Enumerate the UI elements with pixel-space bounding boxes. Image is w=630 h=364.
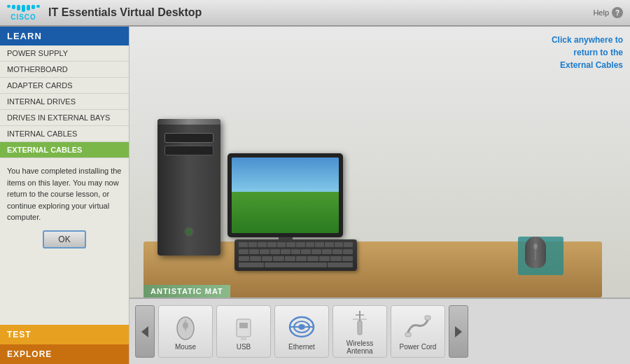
test-button[interactable]: TEST (0, 325, 129, 344)
monitor-screen-outer (227, 153, 343, 237)
virtual-desktop[interactable]: Click anywhere to return to the External… (130, 27, 630, 298)
ok-button[interactable]: OK (43, 230, 85, 248)
tower-drive-bay-1 (164, 133, 214, 143)
tool-mouse[interactable]: Mouse (158, 305, 213, 358)
mouse-scroll-wheel (534, 244, 538, 249)
tool-power-cord-label: Power Cord (400, 343, 437, 351)
tool-mouse-icon (172, 312, 200, 340)
svg-rect-13 (358, 321, 362, 335)
cisco-bar (22, 5, 25, 12)
tower-drive-bay-2 (164, 146, 214, 155)
learn-header: LEARN (0, 27, 129, 46)
cisco-bar (27, 5, 30, 10)
sidebar-footer: TEST EXPLORE (0, 325, 129, 364)
cisco-bar (36, 5, 40, 8)
svg-rect-6 (241, 337, 246, 340)
svg-point-3 (183, 322, 188, 329)
app-title: IT Essentials Virtual Desktop (48, 6, 202, 19)
explore-button[interactable]: EXPLORE (0, 344, 129, 364)
tower-body (158, 119, 220, 255)
mouse-divider (536, 249, 536, 260)
svg-rect-18 (405, 332, 411, 337)
tool-wireless-antenna[interactable]: Wireless Antenna (332, 305, 387, 358)
tool-power-cord-icon (404, 312, 432, 340)
tower-power-led (186, 229, 192, 234)
tool-ethernet-label: Ethernet (288, 343, 315, 351)
nav-motherboard[interactable]: MOTHERBOARD (0, 62, 129, 78)
content-area: Click anywhere to return to the External… (130, 27, 630, 364)
help-label: Help (593, 8, 609, 17)
antistatic-label: ANTISTATIC MAT (144, 285, 230, 298)
tool-usb-icon (230, 312, 258, 340)
monitor-sky (232, 158, 339, 195)
tool-antenna-icon (346, 309, 374, 337)
bottom-toolbar: Mouse USB (130, 298, 630, 364)
svg-marker-19 (455, 326, 462, 337)
svg-rect-17 (425, 316, 430, 320)
main-layout: LEARN POWER SUPPLY MOTHERBOARD ADAPTER C… (0, 27, 630, 364)
monitor-ground (232, 192, 339, 233)
monitor-screen (232, 158, 339, 233)
tower-top-strip (158, 119, 220, 125)
mouse-body (525, 237, 546, 268)
nav-external-cables[interactable]: EXTERNAL CABLES (0, 142, 129, 158)
keyboard (234, 239, 357, 271)
toolbar-right-arrow[interactable] (449, 305, 468, 358)
top-bar: CISCO IT Essentials Virtual Desktop Help… (0, 0, 630, 27)
help-icon: ? (612, 7, 623, 18)
cisco-wordmark: CISCO (10, 13, 36, 21)
desk-scene: ANTISTATIC MAT (144, 34, 602, 298)
completion-message: You have completed installing the items … (0, 158, 129, 325)
tool-mouse-label: Mouse (175, 343, 196, 351)
tool-power-cord[interactable]: Power Cord (391, 305, 445, 358)
cisco-bars (7, 5, 40, 12)
tool-ethernet-icon (288, 312, 316, 340)
svg-point-10 (298, 324, 305, 330)
svg-rect-5 (239, 323, 248, 328)
toolbar-left-arrow[interactable] (135, 305, 155, 358)
nav-internal-cables[interactable]: INTERNAL CABLES (0, 126, 129, 142)
tool-antenna-label: Wireless Antenna (346, 340, 373, 355)
tool-usb-label: USB (237, 343, 251, 351)
keyboard-keys (234, 239, 357, 271)
cisco-bar (12, 5, 15, 9)
sidebar: LEARN POWER SUPPLY MOTHERBOARD ADAPTER C… (0, 27, 130, 364)
cisco-bar (17, 5, 20, 10)
tower-pc (158, 119, 220, 255)
tool-usb[interactable]: USB (216, 305, 271, 358)
tool-ethernet[interactable]: Ethernet (274, 305, 329, 358)
svg-marker-0 (141, 326, 148, 337)
nav-internal-drives[interactable]: INTERNAL DRIVES (0, 94, 129, 110)
cisco-bar (31, 5, 35, 9)
nav-adapter-cards[interactable]: ADAPTER CARDS (0, 78, 129, 94)
help-button[interactable]: Help ? (593, 7, 623, 18)
cisco-logo: CISCO (7, 5, 40, 21)
nav-power-supply[interactable]: POWER SUPPLY (0, 46, 129, 62)
mouse (525, 237, 546, 268)
nav-drives-external[interactable]: DRIVES IN EXTERNAL BAYS (0, 110, 129, 126)
cisco-bar (7, 5, 10, 8)
